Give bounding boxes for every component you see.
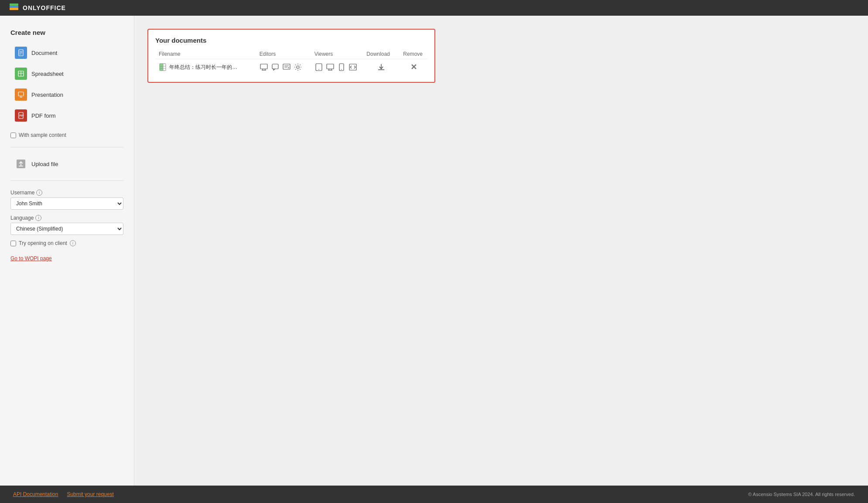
- editor-edit-icon[interactable]: [282, 63, 291, 71]
- sidebar-divider-2: [10, 180, 123, 181]
- wopi-page-link[interactable]: Go to WOPI page: [10, 255, 52, 262]
- col-remove: Remove: [400, 49, 427, 59]
- filename-cell: 年终总结：练习时长一年的偶像…: [159, 63, 246, 71]
- viewer-icons-group: [314, 63, 360, 71]
- create-new-title: Create new: [10, 29, 123, 36]
- download-cell: [363, 59, 400, 75]
- sidebar: Create new Document: [0, 16, 134, 486]
- svg-rect-22: [260, 64, 267, 69]
- svg-rect-33: [327, 64, 334, 69]
- viewers-cell: [311, 59, 363, 75]
- documents-table: Filename Editors Viewers Download Remove: [155, 49, 427, 75]
- viewer-embed-icon[interactable]: [349, 63, 357, 71]
- viewer-monitor-icon[interactable]: [326, 63, 335, 71]
- presentation-label: Presentation: [31, 92, 63, 98]
- editor-desktop-icon[interactable]: [260, 63, 268, 71]
- documents-panel-title: Your documents: [155, 37, 427, 44]
- upload-icon: [15, 158, 27, 170]
- upload-file-label: Upload file: [31, 161, 58, 167]
- svg-text:PDF: PDF: [20, 114, 24, 117]
- try-client-checkbox[interactable]: [10, 241, 16, 246]
- svg-point-32: [318, 69, 319, 70]
- language-info-icon[interactable]: i: [35, 215, 41, 221]
- language-label-row: Language i: [10, 215, 123, 221]
- create-document-item[interactable]: Document: [10, 43, 123, 62]
- logo-text: ONLYOFFICE: [23, 4, 66, 11]
- remove-button[interactable]: ✕: [409, 63, 418, 71]
- file-cell: 年终总结：练习时长一年的偶像…: [155, 59, 256, 75]
- api-doc-link[interactable]: API Documentation: [13, 491, 58, 497]
- svg-rect-0: [10, 8, 18, 10]
- col-filename: Filename: [155, 49, 256, 59]
- try-client-label[interactable]: Try opening on client: [19, 240, 67, 246]
- sample-content-checkbox[interactable]: [10, 133, 16, 138]
- download-button[interactable]: [377, 63, 386, 71]
- header-logo: ONLYOFFICE: [9, 3, 66, 13]
- document-label: Document: [31, 50, 57, 56]
- svg-rect-26: [272, 64, 278, 69]
- editor-icons-group: [260, 63, 308, 71]
- svg-rect-1: [10, 6, 18, 8]
- col-download: Download: [363, 49, 400, 59]
- file-spreadsheet-icon: [159, 63, 167, 71]
- sidebar-divider-1: [10, 147, 123, 147]
- create-pdf-form-item[interactable]: PDF PDF form: [10, 106, 123, 125]
- username-info-icon[interactable]: i: [36, 190, 42, 196]
- username-label-row: Username i: [10, 190, 123, 196]
- editors-cell: [256, 59, 311, 75]
- footer-copyright: © Ascensio Systems SIA 2024. All rights …: [748, 492, 855, 497]
- remove-cell: ✕: [400, 59, 427, 75]
- pdf-form-icon: PDF: [15, 109, 27, 122]
- sample-content-row: With sample content: [10, 132, 123, 138]
- header: ONLYOFFICE: [0, 0, 868, 16]
- table-header-row: Filename Editors Viewers Download Remove: [155, 49, 427, 59]
- svg-point-30: [297, 66, 299, 68]
- language-label: Language: [10, 215, 34, 221]
- svg-rect-27: [283, 64, 290, 69]
- onlyoffice-logo-icon: [9, 3, 19, 13]
- document-icon: [15, 47, 27, 59]
- language-select[interactable]: Chinese (Simplified) English French Germ…: [10, 223, 123, 235]
- svg-rect-2: [10, 3, 18, 6]
- svg-rect-10: [18, 92, 24, 96]
- footer-links: API Documentation Submit your request: [13, 491, 114, 497]
- spreadsheet-label: Spreadsheet: [31, 71, 64, 77]
- try-client-info-icon[interactable]: i: [70, 240, 76, 246]
- create-presentation-item[interactable]: Presentation: [10, 85, 123, 104]
- svg-point-38: [341, 69, 342, 70]
- main-content: Your documents Filename Editors Viewers …: [134, 16, 868, 486]
- form-section: Username i John Smith Language i Chinese…: [10, 190, 123, 262]
- viewer-phone-icon[interactable]: [337, 63, 346, 71]
- editor-comment-icon[interactable]: [271, 63, 280, 71]
- username-label: Username: [10, 190, 34, 196]
- col-editors: Editors: [256, 49, 311, 59]
- col-viewers: Viewers: [311, 49, 363, 59]
- create-items-list: Document Spreadsheet: [10, 43, 123, 125]
- submit-request-link[interactable]: Submit your request: [67, 491, 113, 497]
- viewer-tablet-icon[interactable]: [314, 63, 323, 71]
- spreadsheet-icon: [15, 68, 27, 80]
- presentation-icon: [15, 88, 27, 101]
- try-client-row: Try opening on client i: [10, 240, 123, 246]
- sample-content-label[interactable]: With sample content: [19, 132, 66, 138]
- upload-file-button[interactable]: Upload file: [10, 154, 123, 173]
- pdf-form-label: PDF form: [31, 112, 56, 119]
- table-row: 年终总结：练习时长一年的偶像…: [155, 59, 427, 75]
- svg-rect-18: [160, 64, 163, 71]
- editor-settings-icon[interactable]: [294, 63, 302, 71]
- main-wrapper: Create new Document: [0, 16, 868, 486]
- file-name: 年终总结：练习时长一年的偶像…: [169, 64, 239, 71]
- documents-panel: Your documents Filename Editors Viewers …: [147, 29, 435, 83]
- footer: API Documentation Submit your request © …: [0, 486, 868, 503]
- create-spreadsheet-item[interactable]: Spreadsheet: [10, 64, 123, 83]
- username-select[interactable]: John Smith: [10, 197, 123, 210]
